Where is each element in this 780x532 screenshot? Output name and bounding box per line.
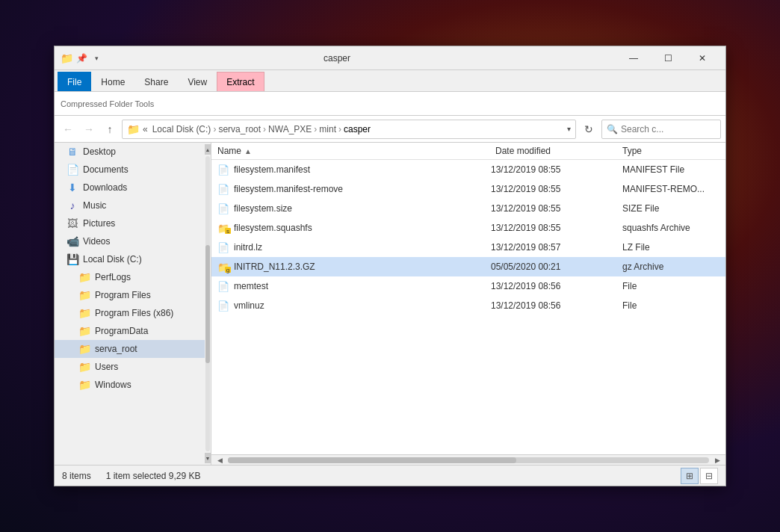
file-date-4: 13/12/2019 08:57 — [491, 242, 618, 253]
sidebar-label-local-disk: Local Disk (C:) — [83, 254, 142, 265]
sidebar-item-downloads[interactable]: ⬇ Downloads — [55, 179, 205, 197]
path-part-2[interactable]: Local Disk (C:) — [152, 124, 211, 134]
forward-button[interactable]: → — [80, 120, 98, 138]
videos-icon: 📹 — [66, 235, 78, 247]
file-row-2[interactable]: 📄 filesystem.size 13/12/2019 08:55 SIZE … — [211, 199, 725, 218]
address-dropdown-icon[interactable]: ▾ — [567, 125, 571, 133]
thumbnail-view-button[interactable]: ⊟ — [700, 468, 718, 484]
sidebar-item-documents[interactable]: 📄 Documents — [55, 161, 205, 179]
file-row-3[interactable]: 📁 s filesystem.squashfs 13/12/2019 08:55… — [211, 218, 725, 238]
desktop-icon: 🖥 — [66, 146, 78, 158]
drive-icon: 💾 — [66, 253, 78, 265]
file-type-1: MANIFEST-REMO... — [622, 184, 719, 194]
file-row-4[interactable]: 📄 initrd.lz 13/12/2019 08:57 LZ File — [211, 238, 725, 257]
hscroll-right-button[interactable]: ▶ — [712, 455, 722, 466]
file-icon-5: 📁 g — [217, 261, 229, 273]
window-title: casper — [58, 53, 616, 64]
tab-extract[interactable]: Extract — [217, 72, 264, 91]
sidebar-item-program-files-x86[interactable]: 📁 Program Files (x86) — [55, 304, 205, 322]
search-box[interactable]: 🔍 — [601, 120, 721, 139]
close-button[interactable]: ✕ — [685, 46, 719, 70]
explorer-window: 📁 📌 ▾ casper — ☐ ✕ File Home Share View … — [54, 46, 726, 486]
sidebar-item-music[interactable]: ♪ Music — [55, 197, 205, 214]
file-name-3: filesystem.squashfs — [234, 223, 486, 233]
sidebar-scroll-down[interactable]: ▼ — [205, 453, 211, 463]
path-part-1[interactable]: « — [143, 124, 148, 134]
sidebar-item-desktop[interactable]: 🖥 Desktop — [55, 143, 205, 161]
sidebar-scroll-track — [205, 156, 210, 451]
sidebar-label-pictures: Pictures — [83, 218, 115, 229]
file-icon-2: 📄 — [217, 202, 229, 214]
sidebar-item-perflogs[interactable]: 📁 PerfLogs — [55, 268, 205, 286]
file-row-6[interactable]: 📄 memtest 13/12/2019 08:56 File — [211, 276, 725, 296]
file-icon-1: 📄 — [217, 183, 229, 195]
sidebar-label-desktop: Desktop — [83, 146, 116, 157]
view-toggle-buttons: ⊞ ⊟ — [681, 468, 718, 484]
sidebar-scroll-up[interactable]: ▲ — [205, 144, 211, 155]
detail-view-button[interactable]: ⊞ — [681, 468, 699, 484]
path-part-4[interactable]: NWA_PXE — [268, 124, 312, 134]
windows-folder-icon: 📁 — [78, 379, 90, 391]
file-date-3: 13/12/2019 08:55 — [491, 223, 618, 233]
minimize-button[interactable]: — — [616, 46, 651, 70]
sidebar-item-program-files[interactable]: 📁 Program Files — [55, 286, 205, 304]
sidebar-item-local-disk[interactable]: 💾 Local Disk (C:) — [55, 250, 205, 268]
sidebar-label-downloads: Downloads — [83, 182, 127, 193]
file-type-3: squashfs Archive — [622, 223, 719, 233]
window-controls: — ☐ ✕ — [616, 46, 719, 70]
tab-share[interactable]: Share — [134, 72, 178, 91]
path-current[interactable]: casper — [344, 124, 371, 134]
sidebar-item-users[interactable]: 📁 Users — [55, 358, 205, 376]
path-part-5[interactable]: mint — [319, 124, 336, 134]
file-name-1: filesystem.manifest-remove — [234, 184, 486, 194]
sidebar-item-serva-root[interactable]: 📁 serva_root — [55, 340, 205, 358]
sidebar-item-windows[interactable]: 📁 Windows — [55, 376, 205, 394]
file-list: 📄 filesystem.manifest 13/12/2019 08:55 M… — [211, 160, 725, 454]
sidebar-scroll-thumb[interactable] — [205, 245, 210, 363]
sidebar-label-program-files-x86: Program Files (x86) — [95, 308, 173, 318]
file-row-0[interactable]: 📄 filesystem.manifest 13/12/2019 08:55 M… — [211, 160, 725, 179]
users-folder-icon: 📁 — [78, 361, 90, 373]
file-date-7: 13/12/2019 08:56 — [491, 300, 618, 311]
sidebar: 🖥 Desktop 📄 Documents ⬇ Downloads ♪ Musi… — [55, 143, 211, 465]
hscroll-thumb[interactable] — [228, 457, 516, 463]
address-box[interactable]: 📁 « Local Disk (C:) › serva_root › NWA_P… — [122, 120, 576, 139]
file-date-2: 13/12/2019 08:55 — [491, 203, 618, 214]
sidebar-label-documents: Documents — [83, 164, 129, 175]
tab-view[interactable]: View — [178, 72, 217, 91]
downloads-icon: ⬇ — [66, 182, 78, 194]
sidebar-item-programdata[interactable]: 📁 ProgramData — [55, 322, 205, 340]
file-area: Name ▲ Date modified Type 📄 filesystem.m… — [211, 143, 725, 465]
sort-arrow-icon: ▲ — [244, 147, 252, 155]
sidebar-scrollbar[interactable]: ▲ ▼ — [205, 143, 211, 465]
sidebar-item-videos[interactable]: 📹 Videos — [55, 232, 205, 250]
selection-status: 1 item selected 9,29 KB — [106, 471, 201, 481]
horizontal-scrollbar[interactable]: ◀ ▶ — [211, 454, 725, 465]
address-path: « Local Disk (C:) › serva_root › NWA_PXE… — [143, 124, 371, 134]
context-tab-label: Compressed Folder Tools — [61, 99, 154, 108]
sidebar-item-pictures[interactable]: 🖼 Pictures — [55, 214, 205, 232]
maximize-button[interactable]: ☐ — [651, 46, 685, 70]
file-row-1[interactable]: 📄 filesystem.manifest-remove 13/12/2019 … — [211, 179, 725, 199]
file-icon-4: 📄 — [217, 241, 229, 253]
column-header-type[interactable]: Type — [622, 146, 719, 156]
back-button[interactable]: ← — [59, 120, 77, 138]
file-icon-0: 📄 — [217, 164, 229, 176]
perflogs-folder-icon: 📁 — [78, 271, 90, 283]
refresh-button[interactable]: ↻ — [579, 120, 598, 139]
serva-root-folder-icon: 📁 — [78, 343, 90, 355]
address-folder-icon: 📁 — [127, 123, 140, 135]
file-row-5[interactable]: 📁 g INITRD_N11.2.3.GZ 05/05/2020 00:21 g… — [211, 257, 725, 276]
column-header-date[interactable]: Date modified — [495, 146, 622, 156]
tab-file[interactable]: File — [58, 72, 91, 91]
search-input[interactable] — [621, 124, 716, 134]
file-date-6: 13/12/2019 08:56 — [491, 281, 618, 291]
column-header-name[interactable]: Name ▲ — [217, 146, 495, 156]
hscroll-left-button[interactable]: ◀ — [214, 455, 225, 466]
file-name-7: vmlinuz — [234, 300, 486, 311]
tab-home[interactable]: Home — [91, 72, 134, 91]
search-icon: 🔍 — [607, 124, 618, 134]
up-button[interactable]: ↑ — [101, 120, 119, 138]
path-part-3[interactable]: serva_root — [218, 124, 261, 134]
file-row-7[interactable]: 📄 vmlinuz 13/12/2019 08:56 File — [211, 296, 725, 315]
